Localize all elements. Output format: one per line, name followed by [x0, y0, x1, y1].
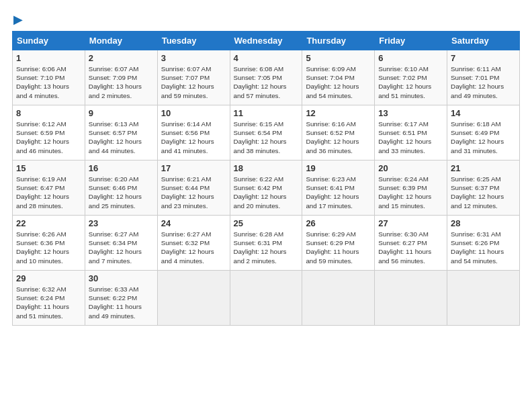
calendar-cell: 7Sunrise: 6:11 AMSunset: 7:01 PMDaylight… — [447, 50, 520, 105]
day-number: 8 — [16, 108, 81, 118]
calendar-cell: 30Sunrise: 6:33 AMSunset: 6:22 PMDayligh… — [85, 271, 157, 326]
day-detail: Sunrise: 6:07 AMSunset: 7:09 PMDaylight:… — [89, 64, 154, 100]
day-detail: Sunrise: 6:33 AMSunset: 6:22 PMDaylight:… — [89, 285, 154, 320]
day-number: 15 — [16, 163, 81, 173]
day-detail: Sunrise: 6:31 AMSunset: 6:26 PMDaylight:… — [451, 230, 516, 265]
calendar-cell: 22Sunrise: 6:26 AMSunset: 6:36 PMDayligh… — [13, 216, 85, 271]
calendar-cell: 13Sunrise: 6:17 AMSunset: 6:51 PMDayligh… — [375, 105, 447, 161]
day-detail: Sunrise: 6:09 AMSunset: 7:04 PMDaylight:… — [306, 64, 371, 100]
calendar-cell: 4Sunrise: 6:08 AMSunset: 7:05 PMDaylight… — [230, 50, 302, 105]
day-detail: Sunrise: 6:17 AMSunset: 6:51 PMDaylight:… — [378, 120, 443, 155]
day-detail: Sunrise: 6:20 AMSunset: 6:46 PMDaylight:… — [89, 175, 154, 210]
day-detail: Sunrise: 6:27 AMSunset: 6:32 PMDaylight:… — [161, 230, 226, 265]
day-header-friday: Friday — [375, 32, 447, 50]
calendar-cell: 29Sunrise: 6:32 AMSunset: 6:24 PMDayligh… — [13, 271, 85, 326]
day-number: 4 — [234, 53, 299, 63]
calendar-cell: 21Sunrise: 6:25 AMSunset: 6:37 PMDayligh… — [447, 161, 520, 216]
week-row-5: 29Sunrise: 6:32 AMSunset: 6:24 PMDayligh… — [13, 271, 520, 326]
day-number: 21 — [451, 163, 516, 173]
day-number: 12 — [306, 108, 371, 118]
day-header-thursday: Thursday — [302, 32, 375, 50]
day-number: 13 — [378, 108, 443, 118]
calendar-cell — [157, 271, 230, 326]
day-detail: Sunrise: 6:16 AMSunset: 6:52 PMDaylight:… — [306, 120, 371, 155]
day-number: 19 — [306, 163, 371, 173]
day-number: 14 — [451, 108, 516, 118]
day-detail: Sunrise: 6:30 AMSunset: 6:27 PMDaylight:… — [378, 230, 443, 265]
calendar-cell: 5Sunrise: 6:09 AMSunset: 7:04 PMDaylight… — [302, 50, 375, 105]
calendar-cell: 16Sunrise: 6:20 AMSunset: 6:46 PMDayligh… — [85, 161, 157, 216]
calendar-cell: 14Sunrise: 6:18 AMSunset: 6:49 PMDayligh… — [447, 105, 520, 161]
day-detail: Sunrise: 6:13 AMSunset: 6:57 PMDaylight:… — [89, 120, 154, 155]
day-number: 18 — [234, 163, 299, 173]
calendar-cell — [375, 271, 447, 326]
calendar-cell: 6Sunrise: 6:10 AMSunset: 7:02 PMDaylight… — [375, 50, 447, 105]
day-number: 26 — [306, 218, 371, 228]
calendar-cell — [447, 271, 520, 326]
calendar-cell: 20Sunrise: 6:24 AMSunset: 6:39 PMDayligh… — [375, 161, 447, 216]
day-header-tuesday: Tuesday — [157, 32, 230, 50]
day-detail: Sunrise: 6:26 AMSunset: 6:36 PMDaylight:… — [16, 230, 81, 265]
day-number: 22 — [16, 218, 81, 228]
calendar-cell: 19Sunrise: 6:23 AMSunset: 6:41 PMDayligh… — [302, 161, 375, 216]
day-detail: Sunrise: 6:15 AMSunset: 6:54 PMDaylight:… — [234, 120, 299, 155]
day-number: 6 — [378, 53, 443, 63]
day-detail: Sunrise: 6:07 AMSunset: 7:07 PMDaylight:… — [161, 64, 226, 100]
day-detail: Sunrise: 6:21 AMSunset: 6:44 PMDaylight:… — [161, 175, 226, 210]
logo: ▶ — [12, 12, 23, 24]
day-detail: Sunrise: 6:29 AMSunset: 6:29 PMDaylight:… — [306, 230, 371, 265]
day-detail: Sunrise: 6:18 AMSunset: 6:49 PMDaylight:… — [451, 120, 516, 155]
day-detail: Sunrise: 6:23 AMSunset: 6:41 PMDaylight:… — [306, 175, 371, 210]
day-header-saturday: Saturday — [447, 32, 520, 50]
day-header-wednesday: Wednesday — [230, 32, 302, 50]
calendar-cell: 2Sunrise: 6:07 AMSunset: 7:09 PMDaylight… — [85, 50, 157, 105]
logo-icon: ▶ — [13, 12, 23, 27]
day-number: 5 — [306, 53, 371, 63]
day-number: 17 — [161, 163, 226, 173]
day-detail: Sunrise: 6:11 AMSunset: 7:01 PMDaylight:… — [451, 64, 516, 100]
day-detail: Sunrise: 6:19 AMSunset: 6:47 PMDaylight:… — [16, 175, 81, 210]
week-row-1: 1Sunrise: 6:06 AMSunset: 7:10 PMDaylight… — [13, 50, 520, 105]
day-number: 1 — [16, 53, 81, 63]
calendar-cell: 10Sunrise: 6:14 AMSunset: 6:56 PMDayligh… — [157, 105, 230, 161]
day-number: 16 — [89, 163, 154, 173]
calendar-cell: 1Sunrise: 6:06 AMSunset: 7:10 PMDaylight… — [13, 50, 85, 105]
calendar-cell: 17Sunrise: 6:21 AMSunset: 6:44 PMDayligh… — [157, 161, 230, 216]
day-header-sunday: Sunday — [13, 32, 85, 50]
day-number: 10 — [161, 108, 226, 118]
day-detail: Sunrise: 6:14 AMSunset: 6:56 PMDaylight:… — [161, 120, 226, 155]
day-number: 3 — [161, 53, 226, 63]
header: ▶ — [12, 12, 520, 24]
day-detail: Sunrise: 6:10 AMSunset: 7:02 PMDaylight:… — [378, 64, 443, 100]
calendar-cell: 28Sunrise: 6:31 AMSunset: 6:26 PMDayligh… — [447, 216, 520, 271]
calendar-cell: 23Sunrise: 6:27 AMSunset: 6:34 PMDayligh… — [85, 216, 157, 271]
day-number: 7 — [451, 53, 516, 63]
header-row: SundayMondayTuesdayWednesdayThursdayFrid… — [13, 32, 520, 50]
day-number: 9 — [89, 108, 154, 118]
calendar-cell: 27Sunrise: 6:30 AMSunset: 6:27 PMDayligh… — [375, 216, 447, 271]
calendar-cell — [302, 271, 375, 326]
day-number: 11 — [234, 108, 299, 118]
day-number: 30 — [89, 273, 154, 283]
day-detail: Sunrise: 6:06 AMSunset: 7:10 PMDaylight:… — [16, 64, 81, 100]
day-detail: Sunrise: 6:12 AMSunset: 6:59 PMDaylight:… — [16, 120, 81, 155]
day-detail: Sunrise: 6:08 AMSunset: 7:05 PMDaylight:… — [234, 64, 299, 100]
day-detail: Sunrise: 6:27 AMSunset: 6:34 PMDaylight:… — [89, 230, 154, 265]
day-number: 20 — [378, 163, 443, 173]
week-row-3: 15Sunrise: 6:19 AMSunset: 6:47 PMDayligh… — [13, 161, 520, 216]
day-number: 29 — [16, 273, 81, 283]
day-number: 27 — [378, 218, 443, 228]
day-number: 2 — [89, 53, 154, 63]
week-row-2: 8Sunrise: 6:12 AMSunset: 6:59 PMDaylight… — [13, 105, 520, 161]
week-row-4: 22Sunrise: 6:26 AMSunset: 6:36 PMDayligh… — [13, 216, 520, 271]
calendar-cell: 3Sunrise: 6:07 AMSunset: 7:07 PMDaylight… — [157, 50, 230, 105]
day-detail: Sunrise: 6:28 AMSunset: 6:31 PMDaylight:… — [234, 230, 299, 265]
calendar-cell: 24Sunrise: 6:27 AMSunset: 6:32 PMDayligh… — [157, 216, 230, 271]
day-number: 24 — [161, 218, 226, 228]
calendar-cell: 9Sunrise: 6:13 AMSunset: 6:57 PMDaylight… — [85, 105, 157, 161]
day-detail: Sunrise: 6:24 AMSunset: 6:39 PMDaylight:… — [378, 175, 443, 210]
calendar-cell: 26Sunrise: 6:29 AMSunset: 6:29 PMDayligh… — [302, 216, 375, 271]
day-detail: Sunrise: 6:22 AMSunset: 6:42 PMDaylight:… — [234, 175, 299, 210]
calendar-cell — [230, 271, 302, 326]
page-container: ▶ SundayMondayTuesdayWednesdayThursdayFr… — [0, 0, 532, 332]
